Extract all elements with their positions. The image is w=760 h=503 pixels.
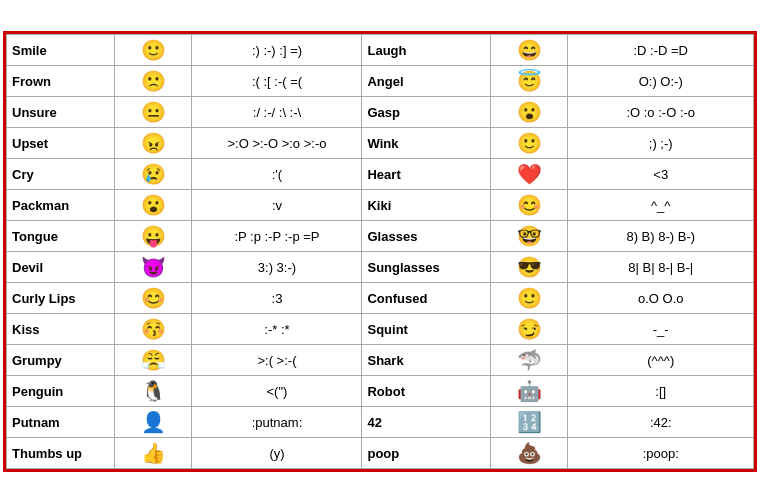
left-emoji-10: 😤 [115,345,192,376]
left-emoji-3: 😠 [115,128,192,159]
left-label-10: Grumpy [7,345,115,376]
left-label-12: Putnam [7,407,115,438]
left-codes-4: :'( [192,159,362,190]
left-label-1: Frown [7,66,115,97]
left-codes-3: >:O >:-O >:o >:-o [192,128,362,159]
left-label-2: Unsure [7,97,115,128]
right-label-13: poop [362,438,491,469]
right-codes-10: (^^^) [568,345,754,376]
right-codes-7: 8| B| 8-| B-| [568,252,754,283]
right-emoji-7: 😎 [491,252,568,283]
left-codes-6: :P :p :-P :-p =P [192,221,362,252]
right-label-0: Laugh [362,35,491,66]
right-codes-0: :D :-D =D [568,35,754,66]
left-codes-13: (y) [192,438,362,469]
left-emoji-11: 🐧 [115,376,192,407]
left-emoji-0: 🙂 [115,35,192,66]
left-label-3: Upset [7,128,115,159]
right-emoji-11: 🤖 [491,376,568,407]
left-label-13: Thumbs up [7,438,115,469]
right-emoji-6: 🤓 [491,221,568,252]
right-label-9: Squint [362,314,491,345]
right-emoji-12: 🔢 [491,407,568,438]
left-emoji-12: 👤 [115,407,192,438]
left-emoji-6: 😛 [115,221,192,252]
right-codes-13: :poop: [568,438,754,469]
right-emoji-10: 🦈 [491,345,568,376]
left-codes-2: :/ :-/ :\ :-\ [192,97,362,128]
right-label-2: Gasp [362,97,491,128]
right-emoji-13: 💩 [491,438,568,469]
left-codes-1: :( :[ :-( =( [192,66,362,97]
left-label-8: Curly Lips [7,283,115,314]
right-codes-11: :[] [568,376,754,407]
right-codes-9: -_- [568,314,754,345]
right-codes-5: ^_^ [568,190,754,221]
right-codes-1: O:) O:-) [568,66,754,97]
left-codes-12: :putnam: [192,407,362,438]
right-codes-6: 8) B) 8-) B-) [568,221,754,252]
left-emoji-1: 🙁 [115,66,192,97]
left-codes-7: 3:) 3:-) [192,252,362,283]
left-codes-10: >:( >:-( [192,345,362,376]
right-emoji-3: 🙂 [491,128,568,159]
right-label-12: 42 [362,407,491,438]
right-emoji-4: ❤️ [491,159,568,190]
left-emoji-4: 😢 [115,159,192,190]
right-label-6: Glasses [362,221,491,252]
right-emoji-2: 😮 [491,97,568,128]
right-label-7: Sunglasses [362,252,491,283]
left-label-11: Penguin [7,376,115,407]
right-label-5: Kiki [362,190,491,221]
left-codes-9: :-* :* [192,314,362,345]
emoji-table: Smile🙂:) :-) :] =)Laugh😄:D :-D =DFrown🙁:… [6,34,754,469]
right-emoji-1: 😇 [491,66,568,97]
right-codes-4: <3 [568,159,754,190]
left-emoji-2: 😐 [115,97,192,128]
right-emoji-9: 😏 [491,314,568,345]
right-emoji-5: 😊 [491,190,568,221]
right-codes-8: o.O O.o [568,283,754,314]
right-label-10: Shark [362,345,491,376]
left-codes-11: <(") [192,376,362,407]
left-emoji-5: 😮 [115,190,192,221]
left-emoji-8: 😊 [115,283,192,314]
left-label-5: Packman [7,190,115,221]
right-emoji-0: 😄 [491,35,568,66]
left-codes-8: :3 [192,283,362,314]
right-label-4: Heart [362,159,491,190]
right-label-11: Robot [362,376,491,407]
left-codes-0: :) :-) :] =) [192,35,362,66]
right-label-1: Angel [362,66,491,97]
left-emoji-9: 😚 [115,314,192,345]
right-codes-3: ;) ;-) [568,128,754,159]
left-emoji-13: 👍 [115,438,192,469]
left-label-7: Devil [7,252,115,283]
left-label-6: Tongue [7,221,115,252]
right-codes-12: :42: [568,407,754,438]
right-label-3: Wink [362,128,491,159]
emoji-table-container: Smile🙂:) :-) :] =)Laugh😄:D :-D =DFrown🙁:… [3,31,757,472]
left-label-4: Cry [7,159,115,190]
right-label-8: Confused [362,283,491,314]
left-emoji-7: 😈 [115,252,192,283]
left-label-0: Smile [7,35,115,66]
right-codes-2: :O :o :-O :-o [568,97,754,128]
right-emoji-8: 🙂 [491,283,568,314]
left-label-9: Kiss [7,314,115,345]
left-codes-5: :v [192,190,362,221]
